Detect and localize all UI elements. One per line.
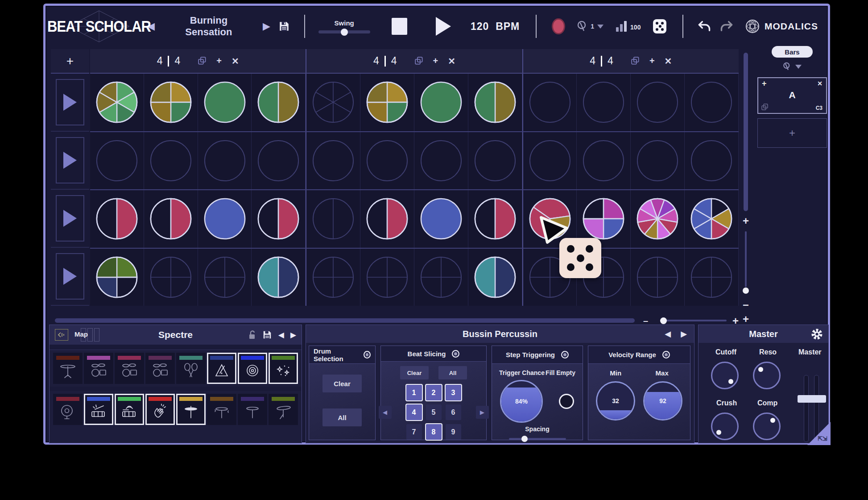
master-slider-handle[interactable]	[798, 395, 826, 403]
beat-cell-r2-c2[interactable]	[144, 132, 198, 190]
beat-cell-r1-c12[interactable]	[685, 74, 739, 131]
beat-cell-r4-c7[interactable]	[414, 249, 468, 306]
beat-cell-r3-c1[interactable]	[90, 190, 144, 248]
velocity-range-enable-radio[interactable]	[662, 351, 670, 358]
prev-kit-button[interactable]: ◀	[278, 330, 284, 340]
save-kit-button[interactable]	[262, 330, 272, 340]
kit-tile-snarebuzz[interactable]	[115, 394, 144, 425]
delete-section-button[interactable]: ✕	[817, 80, 823, 87]
modalics-brand[interactable]: MODALICS	[745, 19, 818, 34]
beat-cell-r2-c10[interactable]	[577, 132, 631, 190]
slice-button-6[interactable]: 6	[446, 404, 461, 420]
kit-tile-sizzle[interactable]	[207, 394, 236, 425]
beat-cell-r3-c7[interactable]	[414, 190, 468, 248]
horizontal-zoom-thumb[interactable]	[660, 317, 667, 324]
quantize-control[interactable]: 1	[577, 21, 603, 32]
add-section-button[interactable]: +	[762, 79, 767, 88]
beat-cell-r3-c5[interactable]	[306, 190, 360, 248]
swing-slider[interactable]	[318, 30, 370, 33]
slice-button-5[interactable]: 5	[426, 404, 442, 420]
beat-cell-r2-c8[interactable]	[468, 132, 522, 190]
slice-button-7[interactable]: 7	[406, 424, 422, 440]
kit-tile-maracas[interactable]	[176, 353, 206, 384]
delete-bar-button[interactable]: ✕	[231, 56, 239, 67]
pattern-name[interactable]: Burning Sensation	[166, 15, 251, 38]
horizontal-zoom-slider[interactable]	[662, 320, 727, 321]
spacing-slider-thumb[interactable]	[521, 436, 528, 442]
section-card-a[interactable]: + ✕ A C3	[757, 77, 827, 114]
beat-cell-r2-c1[interactable]	[90, 132, 144, 190]
beat-cell-r2-c3[interactable]	[198, 132, 252, 190]
beat-cell-r1-c11[interactable]	[631, 74, 685, 131]
beat-cell-r1-c5[interactable]	[306, 74, 360, 131]
drum-selection-all-button[interactable]: All	[322, 408, 362, 426]
chevron-down-icon[interactable]	[597, 25, 603, 29]
beat-slicing-all-button[interactable]: All	[438, 366, 467, 379]
kit-tile-target[interactable]	[238, 353, 267, 384]
record-button[interactable]	[552, 18, 565, 34]
kit-tile-cymbal[interactable]	[53, 353, 83, 384]
spacing-slider[interactable]	[509, 438, 566, 440]
horizontal-scrollbar[interactable]	[55, 318, 635, 323]
beat-cell-r2-c6[interactable]	[360, 132, 414, 190]
beat-cell-r4-c12[interactable]	[685, 249, 739, 306]
beat-cell-r1-c4[interactable]	[252, 74, 306, 131]
beat-cell-r4-c6[interactable]	[360, 249, 414, 306]
beat-cell-r2-c12[interactable]	[685, 132, 739, 190]
duplicate-bar-icon[interactable]	[631, 57, 640, 65]
map-button[interactable]: Map	[74, 328, 99, 342]
kit-tile-kick[interactable]	[53, 394, 83, 425]
beat-slicing-enable-radio[interactable]	[452, 350, 459, 358]
collapse-panel-button[interactable]	[55, 329, 68, 341]
stop-button[interactable]	[392, 18, 407, 35]
kit-tile-drumkit[interactable]	[145, 353, 175, 384]
beat-cell-r1-c1[interactable]	[90, 74, 144, 131]
row-play-button-1[interactable]	[56, 79, 84, 125]
bpm-display[interactable]: 120 BPM	[471, 21, 520, 33]
undo-button[interactable]	[698, 20, 711, 33]
beat-cell-r1-c9[interactable]	[522, 74, 577, 131]
bars-tab[interactable]: Bars	[772, 46, 813, 58]
beat-cell-r3-c6[interactable]	[360, 190, 414, 248]
slice-button-8[interactable]: 8	[426, 424, 442, 440]
kit-tile-ride[interactable]	[269, 394, 298, 425]
beat-cell-r1-c7[interactable]	[414, 74, 468, 131]
duplicate-bar-icon[interactable]	[415, 57, 423, 65]
beat-cell-r3-c11[interactable]	[631, 190, 685, 248]
beat-cell-r4-c5[interactable]	[306, 249, 360, 306]
vertical-zoom-thumb[interactable]	[743, 288, 749, 294]
velocity-min-gauge[interactable]: 32	[596, 381, 635, 421]
time-signature[interactable]: 44	[157, 55, 181, 67]
next-kit-button[interactable]: ▶	[290, 330, 296, 340]
vertical-scrollbar[interactable]	[744, 53, 748, 211]
slice-button-9[interactable]: 9	[446, 424, 461, 440]
drum-selection-enable-radio[interactable]	[364, 351, 371, 358]
kit-tile-drumkit[interactable]	[84, 353, 113, 384]
slice-button-2[interactable]: 2	[426, 385, 442, 400]
beat-cell-r3-c8[interactable]	[468, 190, 522, 248]
trigger-chance-gauge[interactable]: 84%	[500, 380, 543, 423]
beat-cell-r4-c4[interactable]	[252, 249, 306, 306]
redo-button[interactable]	[720, 20, 733, 33]
step-triggering-enable-radio[interactable]	[561, 351, 569, 358]
time-signature[interactable]: 44	[373, 55, 397, 67]
beat-cell-r2-c5[interactable]	[306, 132, 360, 190]
slice-prev-button[interactable]: ◀	[379, 406, 392, 419]
beat-cell-r2-c11[interactable]	[631, 132, 685, 190]
beat-cell-r1-c6[interactable]	[360, 74, 414, 131]
kit-tile-stars[interactable]	[269, 353, 298, 384]
kit-tile-snare[interactable]	[84, 394, 113, 425]
chevron-down-icon[interactable]	[795, 65, 802, 69]
reso-knob[interactable]	[753, 362, 781, 389]
save-button[interactable]	[278, 21, 290, 32]
comp-knob[interactable]	[753, 412, 781, 440]
slice-button-1[interactable]: 1	[406, 385, 422, 400]
velocity-max-gauge[interactable]: 92	[643, 381, 682, 421]
fill-empty-toggle[interactable]	[559, 394, 574, 409]
beat-cell-r3-c3[interactable]	[198, 190, 252, 248]
volume-control[interactable]: 100	[616, 21, 641, 32]
add-row-button[interactable]: +	[51, 49, 89, 74]
beat-cell-r2-c4[interactable]	[252, 132, 306, 190]
delete-bar-button[interactable]: ✕	[448, 56, 455, 67]
next-pattern-button[interactable]: ▶	[259, 19, 274, 34]
